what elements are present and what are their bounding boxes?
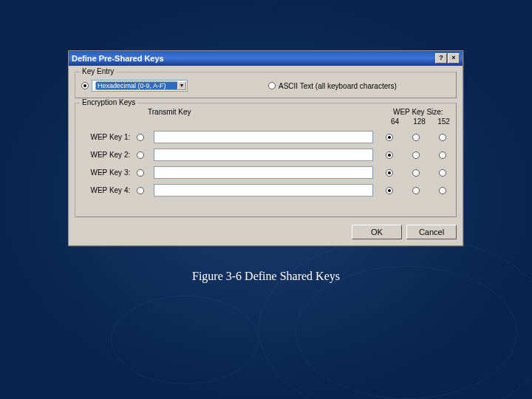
size-152-radio-1[interactable]: [439, 134, 446, 141]
transmit-radio-1[interactable]: [137, 134, 144, 141]
key-entry-group-label: Key Entry: [80, 67, 116, 75]
size-64-radio-2[interactable]: [386, 151, 393, 159]
transmit-radio-2[interactable]: [137, 151, 144, 159]
titlebar-title: Define Pre-Shared Keys: [72, 54, 435, 63]
wep-key-size-header: WEP Key Size:: [393, 108, 443, 116]
wep-key-row-2: WEP Key 2:: [81, 149, 450, 161]
size-128-radio-1[interactable]: [412, 134, 420, 141]
size-152-radio-2[interactable]: [439, 151, 446, 159]
wep-key-3-input[interactable]: [154, 166, 373, 179]
encryption-keys-group-label: Encryption Keys: [80, 98, 137, 106]
ok-button[interactable]: OK: [352, 225, 402, 239]
wep-key-3-label: WEP Key 3:: [81, 168, 133, 177]
transmit-key-header: Transmit Key: [148, 108, 192, 116]
wep-key-row-4: WEP Key 4:: [81, 184, 450, 197]
wep-key-1-input[interactable]: [154, 131, 373, 143]
transmit-radio-3[interactable]: [137, 169, 144, 177]
help-button[interactable]: ?: [435, 53, 447, 64]
encryption-keys-group: Encryption Keys Transmit Key WEP Key Siz…: [75, 103, 457, 217]
close-button[interactable]: ×: [448, 53, 460, 64]
wep-key-row-3: WEP Key 3:: [81, 166, 450, 179]
wep-key-row-1: WEP Key 1:: [81, 131, 450, 143]
size-128-radio-2[interactable]: [412, 151, 420, 159]
size-152-radio-4[interactable]: [439, 187, 446, 194]
wep-key-4-input[interactable]: [154, 184, 373, 197]
size-64-radio-4[interactable]: [386, 187, 393, 194]
cancel-button[interactable]: Cancel: [406, 225, 457, 239]
hex-combo[interactable]: Hexadecimal (0-9, A-F) ▾: [92, 80, 188, 92]
size-128-label: 128: [413, 117, 426, 126]
size-152-radio-3[interactable]: [439, 169, 446, 177]
key-entry-group: Key Entry Hexadecimal (0-9, A-F) ▾ ASCII…: [75, 72, 457, 98]
wep-key-1-label: WEP Key 1:: [81, 133, 133, 141]
size-152-label: 152: [437, 117, 450, 126]
dialog-define-preshared-keys: Define Pre-Shared Keys ? × Key Entry Hex…: [68, 50, 463, 246]
size-128-radio-3[interactable]: [412, 169, 420, 177]
radio-ascii[interactable]: [268, 82, 276, 89]
titlebar: Define Pre-Shared Keys ? ×: [69, 51, 463, 66]
size-64-radio-3[interactable]: [386, 169, 393, 177]
wep-key-2-input[interactable]: [154, 149, 373, 161]
size-64-radio-1[interactable]: [386, 134, 393, 141]
wep-key-2-label: WEP Key 2:: [81, 151, 133, 159]
radio-hex[interactable]: [81, 82, 89, 89]
wep-key-4-label: WEP Key 4:: [81, 186, 133, 194]
transmit-radio-4[interactable]: [137, 187, 144, 194]
ascii-label: ASCII Text (all keyboard characters): [279, 82, 397, 90]
chevron-down-icon[interactable]: ▾: [177, 81, 186, 90]
hex-combo-text: Hexadecimal (0-9, A-F): [95, 81, 184, 90]
size-64-label: 64: [389, 117, 401, 126]
size-128-radio-4[interactable]: [412, 187, 420, 194]
figure-caption: Figure 3-6 Define Shared Keys: [0, 270, 532, 283]
